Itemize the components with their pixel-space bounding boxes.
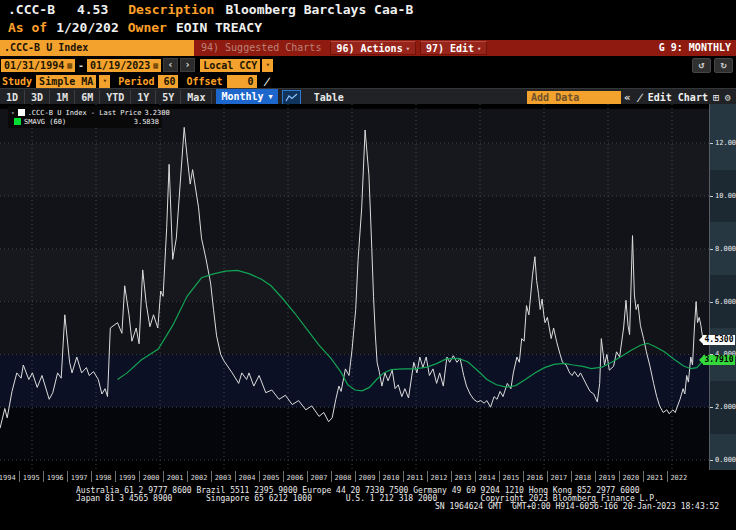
range-back-button[interactable]: ‹	[163, 58, 178, 72]
actions-menu-label: 96) Actions	[336, 42, 402, 54]
price-series-swatch	[18, 109, 25, 116]
add-data-input[interactable]: Add Data	[527, 91, 621, 104]
tab-3d[interactable]: 3D	[25, 90, 50, 105]
calendar-icon[interactable]: ▦	[153, 59, 158, 72]
footer-session-line: SN 1964624 GMT GMT+0:00 H914-6056-166 20…	[0, 503, 736, 511]
legend-row-price[interactable]: ▾ .CCC-B U Index - Last Price 3.2300	[11, 108, 159, 117]
y-axis-label: 12.0000	[715, 139, 736, 147]
x-axis-tick	[595, 471, 596, 482]
x-axis-tick	[355, 471, 356, 482]
page-indicator: G 9: MONTHLY	[654, 40, 736, 56]
tab-1y[interactable]: 1Y	[131, 90, 156, 105]
date-from-field[interactable]: 01/31/1994▦	[1, 59, 75, 72]
tab-6m[interactable]: 6M	[75, 90, 100, 105]
x-axis-year-label: 2000	[143, 474, 160, 482]
chart-plot[interactable]	[0, 104, 710, 470]
tab-1d[interactable]: 1D	[0, 90, 25, 105]
study-label: Study	[1, 76, 33, 87]
x-axis-year-label: 2002	[191, 474, 208, 482]
x-axis-tick	[19, 471, 20, 482]
x-axis-year-label: 1996	[47, 474, 64, 482]
x-axis-tick	[283, 471, 284, 482]
calendar-icon[interactable]: ▦	[67, 59, 72, 72]
x-axis-tick	[547, 471, 548, 482]
history-buttons: ↺ ↻	[692, 58, 733, 73]
interval-select[interactable]: Monthly▼	[216, 89, 277, 105]
edit-menu-button[interactable]: 97) Edit▾	[420, 41, 487, 55]
price-axis[interactable]: 0.00002.00004.00006.00008.000010.000012.…	[710, 104, 736, 470]
chart-settings-icon[interactable]: ⊞	[710, 90, 722, 105]
y-axis-tick	[710, 407, 713, 408]
edit-chart-button[interactable]: Edit Chart	[646, 90, 710, 105]
x-axis-tick	[475, 471, 476, 482]
y-axis-label: 8.0000	[715, 245, 736, 253]
x-axis-year-label: 2018	[574, 474, 591, 482]
x-axis-year-label: 2001	[167, 474, 184, 482]
tab-table[interactable]: Table	[305, 90, 353, 105]
x-axis-year-label: 2004	[239, 474, 256, 482]
tab-1m[interactable]: 1M	[50, 90, 75, 105]
price-series-label: .CCC-B U Index - Last Price	[28, 109, 142, 117]
x-axis-year-label: 2011	[407, 474, 424, 482]
x-axis-tick	[187, 471, 188, 482]
x-axis-year-label: 1995	[23, 474, 40, 482]
x-axis-tick	[451, 471, 452, 482]
undo-icon[interactable]: ↺	[692, 58, 711, 73]
actions-menu-button[interactable]: 96) Actions▾	[330, 41, 415, 55]
time-axis[interactable]: 1994199519961997199819992000200120022003…	[0, 470, 710, 486]
y-axis-tick	[710, 196, 713, 197]
tab-5y[interactable]: 5Y	[156, 90, 181, 105]
description-label: Description	[128, 2, 214, 17]
x-axis-year-label: 2010	[383, 474, 400, 482]
x-axis-year-label: 2009	[359, 474, 376, 482]
redo-icon[interactable]: ↻	[714, 58, 733, 73]
x-axis-tick	[667, 471, 668, 482]
owner-label: Owner	[128, 20, 167, 35]
command-bar: .CCC-B U Index 94) Suggested Charts 96) …	[0, 40, 736, 56]
currency-select[interactable]: Local CCY	[200, 59, 260, 72]
date-from-value: 01/31/1994	[4, 59, 64, 72]
y-axis-tick	[710, 460, 713, 461]
x-axis-year-label: 2006	[287, 474, 304, 482]
security-input[interactable]: .CCC-B U Index	[0, 40, 194, 56]
gear-icon[interactable]: ⚙	[722, 90, 734, 105]
study-dropdown-icon[interactable]: ▾	[99, 75, 110, 88]
offset-input[interactable]: 0	[227, 75, 257, 88]
x-axis-year-label: 2022	[670, 474, 687, 482]
x-axis-year-label: 1999	[119, 474, 136, 482]
x-axis-tick	[619, 471, 620, 482]
x-axis-year-label: 2020	[622, 474, 639, 482]
x-axis-tick	[139, 471, 140, 482]
x-axis-tick	[235, 471, 236, 482]
x-axis-tick	[259, 471, 260, 482]
description-value: Bloomberg Barclays Caa-B	[225, 2, 413, 17]
currency-dropdown-icon[interactable]: ▾	[262, 59, 273, 72]
x-axis-year-label: 2013	[455, 474, 472, 482]
annotate-pencil-icon[interactable]: /	[632, 90, 647, 105]
x-axis-tick	[379, 471, 380, 482]
as-of-value: 1/20/202	[56, 20, 119, 35]
date-range-toolbar: 01/31/1994▦ - 01/19/2023▦ ‹ › Local CCY …	[0, 57, 736, 73]
as-of-label: As of	[8, 20, 47, 35]
line-chart-icon[interactable]	[282, 90, 301, 105]
chart-legend[interactable]: ▾ .CCC-B U Index - Last Price 3.2300 SMA…	[8, 106, 162, 128]
pencil-icon[interactable]: /	[258, 76, 274, 87]
tab-ytd[interactable]: YTD	[100, 90, 131, 105]
x-axis-tick	[331, 471, 332, 482]
y-axis-tick	[710, 249, 713, 250]
legend-row-smavg[interactable]: SMAVG (60) 3.5838	[11, 117, 159, 126]
period-input[interactable]: 60	[158, 75, 178, 88]
suggested-charts-button[interactable]: 94) Suggested Charts	[194, 40, 328, 56]
tab-max[interactable]: Max	[181, 90, 212, 105]
offset-label: Offset	[185, 76, 223, 87]
study-select[interactable]: Simple MA	[36, 75, 96, 88]
x-axis-year-label: 2017	[550, 474, 567, 482]
bloomberg-terminal-window: .CCC-B4.53DescriptionBloomberg Barclays …	[0, 0, 736, 530]
smavg-series-label: SMAVG (60)	[24, 118, 131, 126]
range-forward-button[interactable]: ›	[180, 58, 195, 72]
x-axis-tick	[499, 471, 500, 482]
y-axis-label: 2.0000	[715, 403, 736, 411]
legend-tree-icon[interactable]: ▾	[11, 109, 15, 116]
x-axis-year-label: 2016	[526, 474, 543, 482]
date-to-field[interactable]: 01/19/2023▦	[87, 59, 161, 72]
